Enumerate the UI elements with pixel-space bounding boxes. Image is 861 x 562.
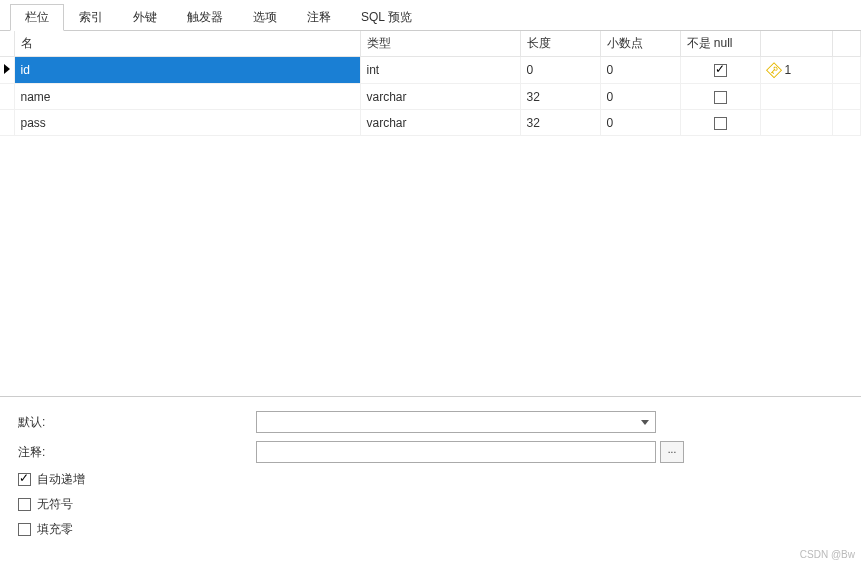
cell-filler — [832, 84, 861, 110]
not-null-checkbox[interactable] — [714, 91, 727, 104]
cell-type[interactable]: varchar — [360, 110, 520, 136]
triangle-right-icon — [4, 64, 10, 74]
unsigned-label: 无符号 — [37, 496, 73, 513]
field-details-panel: 默认: 注释: ... 自动递增 无符号 填充零 — [0, 396, 861, 552]
cell-type[interactable]: varchar — [360, 84, 520, 110]
table-row[interactable]: idint00⚿1 — [0, 57, 861, 84]
row-indicator — [0, 84, 14, 110]
row-indicator — [0, 110, 14, 136]
tab-fields[interactable]: 栏位 — [10, 4, 64, 31]
tab-sql-preview[interactable]: SQL 预览 — [346, 4, 427, 31]
col-header-type[interactable]: 类型 — [360, 31, 520, 57]
tab-comments[interactable]: 注释 — [292, 4, 346, 31]
zerofill-checkbox[interactable] — [18, 523, 31, 536]
key-icon: ⚿ — [763, 59, 784, 80]
cell-primary-key[interactable] — [760, 84, 832, 110]
fields-table-container: 名 类型 长度 小数点 不是 null idint00⚿1namevarchar… — [0, 31, 861, 336]
col-header-length[interactable]: 长度 — [520, 31, 600, 57]
cell-not-null[interactable] — [680, 84, 760, 110]
cell-filler — [832, 57, 861, 84]
cell-not-null[interactable] — [680, 110, 760, 136]
col-header-notnull[interactable]: 不是 null — [680, 31, 760, 57]
tab-options[interactable]: 选项 — [238, 4, 292, 31]
comment-input[interactable] — [256, 441, 656, 463]
cell-filler — [832, 110, 861, 136]
col-header-filler — [832, 31, 861, 57]
unsigned-checkbox[interactable] — [18, 498, 31, 511]
cell-not-null[interactable] — [680, 57, 760, 84]
default-label: 默认: — [18, 414, 256, 431]
tab-foreign-keys[interactable]: 外键 — [118, 4, 172, 31]
cell-primary-key[interactable]: ⚿1 — [760, 57, 832, 84]
table-row[interactable]: passvarchar320 — [0, 110, 861, 136]
watermark: CSDN @Bw — [800, 549, 855, 560]
cell-decimals[interactable]: 0 — [600, 57, 680, 84]
tab-triggers[interactable]: 触发器 — [172, 4, 238, 31]
default-combo[interactable] — [256, 411, 656, 433]
cell-length[interactable]: 32 — [520, 84, 600, 110]
cell-primary-key[interactable] — [760, 110, 832, 136]
not-null-checkbox[interactable] — [714, 117, 727, 130]
cell-name[interactable]: name — [14, 84, 360, 110]
table-empty-area — [0, 136, 861, 336]
col-header-decimals[interactable]: 小数点 — [600, 31, 680, 57]
cell-length[interactable]: 0 — [520, 57, 600, 84]
cell-name[interactable]: pass — [14, 110, 360, 136]
col-header-name[interactable]: 名 — [14, 31, 360, 57]
fields-table[interactable]: 名 类型 长度 小数点 不是 null idint00⚿1namevarchar… — [0, 31, 861, 136]
row-indicator — [0, 57, 14, 84]
cell-name[interactable]: id — [14, 57, 360, 84]
cell-decimals[interactable]: 0 — [600, 110, 680, 136]
tabs-bar: 栏位 索引 外键 触发器 选项 注释 SQL 预览 — [0, 0, 861, 31]
zerofill-label: 填充零 — [37, 521, 73, 538]
cell-length[interactable]: 32 — [520, 110, 600, 136]
table-row[interactable]: namevarchar320 — [0, 84, 861, 110]
comment-label: 注释: — [18, 444, 256, 461]
cell-type[interactable]: int — [360, 57, 520, 84]
cell-decimals[interactable]: 0 — [600, 84, 680, 110]
col-header-key[interactable] — [760, 31, 832, 57]
auto-increment-checkbox[interactable] — [18, 473, 31, 486]
col-header-indicator — [0, 31, 14, 57]
primary-key-order: 1 — [785, 63, 792, 77]
tab-indexes[interactable]: 索引 — [64, 4, 118, 31]
not-null-checkbox[interactable] — [714, 64, 727, 77]
comment-more-button[interactable]: ... — [660, 441, 684, 463]
auto-increment-label: 自动递增 — [37, 471, 85, 488]
